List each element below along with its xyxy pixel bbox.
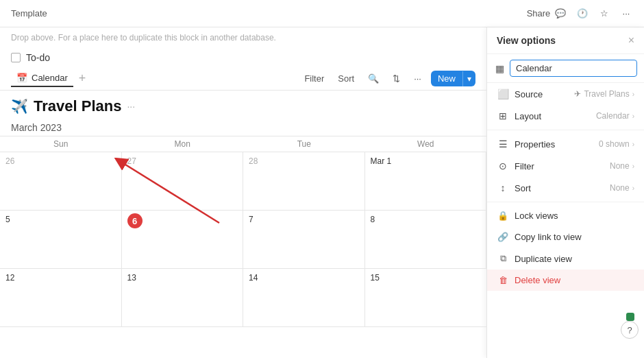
cal-cell-15[interactable]: 15 <box>365 269 487 327</box>
vo-duplicate-icon: ⧉ <box>497 253 509 264</box>
day-mon: Mon <box>122 136 244 152</box>
vo-filter-value: None <box>610 161 630 171</box>
topbar-actions: Share 💬 🕐 ☆ ··· <box>532 7 633 21</box>
new-button-label[interactable]: New <box>431 71 462 86</box>
vo-title: View options <box>497 35 556 46</box>
cal-header: Sun Mon Tue Wed <box>0 136 486 152</box>
vo-properties-label: Properties <box>515 139 555 150</box>
vo-layout-value: Calendar <box>596 111 630 121</box>
vo-properties-value: 0 shown <box>599 139 630 149</box>
vo-header: View options × <box>487 27 644 54</box>
vo-link-icon: 🔗 <box>497 232 509 242</box>
vo-filter-row[interactable]: ⊙ Filter None › <box>487 155 644 177</box>
cal-date: 13 <box>127 273 136 283</box>
vo-name-input[interactable] <box>510 60 637 77</box>
cal-cell-7[interactable]: 7 <box>243 211 365 269</box>
vo-lock-label: Lock views <box>515 211 558 221</box>
cal-date: 5 <box>5 215 10 224</box>
cal-date: 8 <box>371 215 375 224</box>
left-panel: Drop above. For a place here to duplicat… <box>0 27 486 358</box>
cal-date: 26 <box>5 156 14 166</box>
vo-properties-row[interactable]: ☰ Properties 0 shown › <box>487 133 644 155</box>
search-icon[interactable]: 🔍 <box>364 71 383 86</box>
vo-source-db-icon: ✈ <box>574 89 581 99</box>
vo-delete-icon: 🗑 <box>497 275 509 285</box>
vo-lock-icon: 🔒 <box>497 211 509 221</box>
comment-icon[interactable]: 💬 <box>554 7 567 21</box>
cal-date: 28 <box>249 156 258 166</box>
group-icon[interactable]: ⇅ <box>388 71 404 86</box>
star-icon[interactable]: ☆ <box>597 7 611 21</box>
vo-filter-icon: ⊙ <box>497 160 509 171</box>
drop-hint: Drop above. For a place here to duplicat… <box>0 27 486 48</box>
calendar-tab-icon: 📅 <box>16 73 27 83</box>
vo-calendar-icon: ▦ <box>495 63 504 74</box>
vo-properties-icon: ☰ <box>497 139 509 150</box>
vo-close-button[interactable]: × <box>628 34 634 47</box>
cal-cell-6[interactable]: 6 <box>122 211 244 269</box>
vo-layout-icon: ⊞ <box>497 110 509 121</box>
vo-source-value: Travel Plans <box>584 89 629 99</box>
tabs-row: 📅 Calendar + Filter Sort 🔍 ⇅ ··· New ▾ <box>0 67 486 91</box>
vo-source-chevron: › <box>632 91 634 98</box>
cal-cell-5[interactable]: 5 <box>0 211 122 269</box>
vo-source-icon: ⬜ <box>497 88 509 99</box>
sort-button[interactable]: Sort <box>334 71 358 86</box>
todo-item[interactable]: To-do <box>0 48 486 67</box>
vo-sort-row[interactable]: ↕ Sort None › <box>487 177 644 199</box>
day-sun: Sun <box>0 136 122 152</box>
cal-date: Mar 1 <box>371 156 392 166</box>
main-content: Drop above. For a place here to duplicat… <box>0 27 644 358</box>
calendar-grid: Sun Mon Tue Wed 26 27 28 + Mar 1 5 6 7 8 <box>0 136 486 327</box>
todo-checkbox[interactable] <box>11 53 21 62</box>
vo-sort-chevron: › <box>632 184 634 192</box>
vo-layout-label: Layout <box>515 111 541 121</box>
todo-label: To-do <box>26 52 50 63</box>
toolbar-right: Filter Sort 🔍 ⇅ ··· New ▾ <box>300 71 475 86</box>
page-header: ✈️ Travel Plans ··· <box>0 91 486 119</box>
cal-body: 26 27 28 + Mar 1 5 6 7 8 12 13 14 15 <box>0 152 486 327</box>
vo-copy-label: Copy link to view <box>515 232 582 242</box>
vo-name-row: ▦ <box>487 54 644 83</box>
cal-cell-27[interactable]: 27 <box>122 152 244 211</box>
history-icon[interactable]: 🕐 <box>575 7 589 21</box>
more-options-button[interactable]: ··· <box>410 71 425 86</box>
cal-cell-14[interactable]: 14 <box>243 269 365 327</box>
cal-date-today: 6 <box>127 213 143 228</box>
cal-cell-26[interactable]: 26 <box>0 152 122 211</box>
vo-copy-link-row[interactable]: 🔗 Copy link to view <box>487 226 644 248</box>
cal-date: 14 <box>249 273 258 283</box>
filter-button[interactable]: Filter <box>300 71 328 86</box>
cal-cell-28[interactable]: 28 <box>243 152 365 211</box>
vo-delete-row[interactable]: 🗑 Delete view <box>487 270 644 291</box>
vo-properties-chevron: › <box>632 141 634 148</box>
vo-layout-chevron: › <box>632 112 634 120</box>
cal-cell-12[interactable]: 12 <box>0 269 122 327</box>
vo-sort-value: None <box>610 183 630 193</box>
vo-layout-row[interactable]: ⊞ Layout Calendar › <box>487 105 644 127</box>
cal-cell-mar1[interactable]: + Mar 1 <box>365 152 487 211</box>
vo-lock-row[interactable]: 🔒 Lock views <box>487 205 644 226</box>
tab-calendar[interactable]: 📅 Calendar <box>11 70 73 87</box>
add-view-button[interactable]: + <box>76 71 89 86</box>
more-icon[interactable]: ··· <box>619 7 633 21</box>
help-button[interactable]: ? <box>621 321 639 339</box>
cal-cell-13[interactable]: 13 <box>122 269 244 327</box>
share-button[interactable]: Share <box>532 7 545 21</box>
cal-date: 7 <box>249 215 253 224</box>
vo-source-row[interactable]: ⬜ Source ✈ Travel Plans › <box>487 83 644 105</box>
cal-date: 27 <box>127 156 136 166</box>
vo-filter-chevron: › <box>632 163 634 170</box>
new-button[interactable]: New ▾ <box>431 71 475 86</box>
vo-divider-1 <box>487 130 644 130</box>
cal-date: 12 <box>5 273 14 283</box>
vo-source-label: Source <box>515 89 543 99</box>
cal-cell-8[interactable]: 8 <box>365 211 487 269</box>
page-icon: ✈️ <box>11 98 28 115</box>
month-label: March 2023 <box>0 119 486 136</box>
vo-sort-label: Sort <box>515 183 531 193</box>
vo-duplicate-row[interactable]: ⧉ Duplicate view <box>487 248 644 270</box>
new-button-arrow[interactable]: ▾ <box>462 71 475 86</box>
vo-sort-icon: ↕ <box>497 182 509 193</box>
page-menu-icon[interactable]: ··· <box>127 101 135 112</box>
